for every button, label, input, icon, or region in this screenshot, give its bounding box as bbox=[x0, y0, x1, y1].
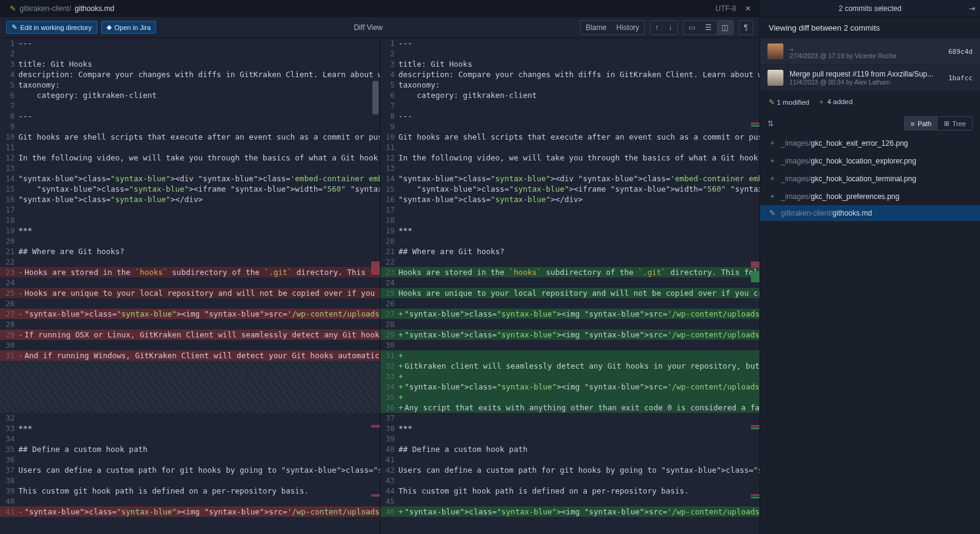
code-line[interactable]: 37 bbox=[380, 413, 760, 423]
code-line[interactable]: 6 category: gitkraken-client bbox=[380, 90, 760, 100]
code-line[interactable] bbox=[0, 382, 380, 392]
close-icon[interactable]: ✕ bbox=[741, 4, 755, 13]
code-line[interactable]: 14"syntax-blue">class="syntax-blue"><div… bbox=[380, 173, 760, 184]
code-line[interactable]: 28 bbox=[0, 319, 380, 329]
code-line[interactable]: 44This custom git hook path is defined o… bbox=[380, 486, 760, 496]
code-line[interactable]: 39This custom git hook path is defined o… bbox=[0, 486, 380, 496]
code-line[interactable]: 15 "syntax-blue">class="syntax-blue"><if… bbox=[0, 184, 380, 194]
code-line[interactable]: 23-Hooks are stored in the `hooks` subdi… bbox=[0, 267, 380, 277]
code-line[interactable]: 21## Where are Git hooks? bbox=[0, 246, 380, 257]
code-line[interactable]: 25Hooks are unique to your local reposit… bbox=[380, 288, 760, 298]
code-line[interactable]: 45 bbox=[380, 496, 760, 506]
code-line[interactable]: 7 bbox=[0, 100, 380, 111]
code-line[interactable]: 42Users can define a custom path for git… bbox=[380, 465, 760, 475]
right-pane[interactable]: 1---23title: Git Hooks4description: Comp… bbox=[380, 38, 760, 534]
code-line[interactable]: 34+"syntax-blue">class="syntax-blue"><im… bbox=[380, 382, 760, 392]
code-line[interactable]: 12In the following video, we will take y… bbox=[380, 152, 760, 163]
code-line[interactable]: 20 bbox=[0, 236, 380, 246]
view-split-button[interactable]: ◫ bbox=[717, 21, 733, 34]
code-line[interactable]: 39 bbox=[380, 434, 760, 444]
code-line[interactable]: 11 bbox=[380, 142, 760, 152]
view-inline-button[interactable]: ▭ bbox=[684, 21, 700, 34]
code-line[interactable] bbox=[0, 402, 380, 413]
code-line[interactable]: 38 bbox=[0, 475, 380, 486]
code-line[interactable]: 36+Any script that exits with anything o… bbox=[380, 402, 760, 413]
code-line[interactable]: 3title: Git Hooks bbox=[380, 59, 760, 69]
code-line[interactable]: 38*** bbox=[380, 423, 760, 434]
code-line[interactable] bbox=[0, 371, 380, 382]
code-line[interactable]: 41-"syntax-blue">class="syntax-blue"><im… bbox=[0, 506, 380, 517]
code-line[interactable]: 25-Hooks are unique to your local reposi… bbox=[0, 288, 380, 298]
code-line[interactable]: 46+"syntax-blue">class="syntax-blue"><im… bbox=[380, 506, 760, 517]
code-line[interactable]: 41 bbox=[380, 454, 760, 465]
code-line[interactable]: 31+ bbox=[380, 350, 760, 361]
code-line[interactable]: 19*** bbox=[380, 225, 760, 236]
code-line[interactable]: 5taxonomy: bbox=[0, 80, 380, 90]
code-line[interactable]: 31-And if running Windows, GitKraken Cli… bbox=[0, 350, 380, 361]
next-diff-button[interactable]: ↓ bbox=[664, 21, 677, 34]
code-line[interactable]: 33*** bbox=[0, 423, 380, 434]
code-line[interactable]: 29-If running OSX or Linux, GitKraken Cl… bbox=[0, 329, 380, 340]
code-line[interactable]: 16"syntax-blue">class="syntax-blue"></di… bbox=[0, 194, 380, 205]
code-line[interactable]: 21## Where are Git hooks? bbox=[380, 246, 760, 257]
code-line[interactable]: 11 bbox=[0, 142, 380, 152]
file-tab[interactable]: ✎ gitkraken-client/githooks.md bbox=[5, 2, 119, 15]
view-hunk-button[interactable]: ☰ bbox=[700, 21, 717, 34]
code-line[interactable]: 24 bbox=[380, 277, 760, 288]
code-line[interactable]: 4description: Compare your changes with … bbox=[0, 69, 380, 80]
code-line[interactable]: 10Git hooks are shell scripts that execu… bbox=[0, 132, 380, 142]
collapse-icon[interactable]: ⇥ bbox=[969, 4, 975, 13]
code-line[interactable]: 24 bbox=[0, 277, 380, 288]
commit-item[interactable]: Merge pull request #119 from Axxzilla/Su… bbox=[760, 65, 980, 91]
code-line[interactable]: 14"syntax-blue">class="syntax-blue"><div… bbox=[0, 173, 380, 184]
code-line[interactable]: 37Users can define a custom path for git… bbox=[0, 465, 380, 475]
code-line[interactable]: 40## Define a custom hook path bbox=[380, 444, 760, 454]
path-toggle[interactable]: ≡Path bbox=[905, 117, 938, 130]
code-line[interactable] bbox=[0, 392, 380, 402]
code-line[interactable]: 3title: Git Hooks bbox=[0, 59, 380, 69]
code-line[interactable]: 19*** bbox=[0, 225, 380, 236]
code-line[interactable]: 13 bbox=[0, 163, 380, 173]
code-line[interactable]: 6 category: gitkraken-client bbox=[0, 90, 380, 100]
file-item[interactable]: ＋_images/gkc_hook_location_explorer.png bbox=[760, 152, 980, 170]
code-line[interactable]: 18 bbox=[380, 215, 760, 225]
whitespace-button[interactable]: ¶ bbox=[739, 21, 753, 34]
file-item[interactable]: ＋_images/gkc_hook_preferences.png bbox=[760, 187, 980, 205]
code-line[interactable]: 12In the following video, we will take y… bbox=[0, 152, 380, 163]
scrollbar-thumb[interactable] bbox=[372, 81, 379, 115]
code-line[interactable]: 8--- bbox=[0, 111, 380, 121]
code-line[interactable]: 27-"syntax-blue">class="syntax-blue"><im… bbox=[0, 309, 380, 319]
file-item[interactable]: ＋_images/gkc_hook_location_terminal.png bbox=[760, 170, 980, 187]
code-line[interactable]: 33+ bbox=[380, 371, 760, 382]
code-line[interactable]: 32+Gitkraken client will seamlessly dete… bbox=[380, 361, 760, 371]
code-line[interactable]: 35+ bbox=[380, 392, 760, 402]
code-line[interactable]: 2 bbox=[380, 48, 760, 59]
code-line[interactable]: 9 bbox=[0, 121, 380, 132]
code-line[interactable]: 4description: Compare your changes with … bbox=[380, 69, 760, 80]
code-line[interactable]: 10Git hooks are shell scripts that execu… bbox=[380, 132, 760, 142]
code-line[interactable]: 36 bbox=[0, 454, 380, 465]
edit-button[interactable]: ✎Edit in working directory bbox=[6, 21, 97, 34]
code-line[interactable]: 2 bbox=[0, 48, 380, 59]
left-pane[interactable]: 1---23title: Git Hooks4description: Comp… bbox=[0, 38, 380, 534]
code-line[interactable]: 22 bbox=[0, 257, 380, 267]
commit-item[interactable]: .. 27/4/2023 @ 17:19 by Vicente Roche 68… bbox=[760, 39, 980, 65]
code-line[interactable]: 26 bbox=[0, 298, 380, 309]
tree-toggle[interactable]: ⊞Tree bbox=[938, 117, 972, 130]
code-line[interactable]: 40 bbox=[0, 496, 380, 506]
code-line[interactable]: 22 bbox=[380, 257, 760, 267]
code-line[interactable]: 30 bbox=[0, 340, 380, 350]
code-line[interactable]: 7 bbox=[380, 100, 760, 111]
code-line[interactable]: 17 bbox=[0, 205, 380, 215]
prev-diff-button[interactable]: ↑ bbox=[650, 21, 664, 34]
sort-icon[interactable]: ⇅ bbox=[767, 119, 774, 128]
code-line[interactable]: 30 bbox=[380, 340, 760, 350]
file-item[interactable]: ✎gitkraken-client/githooks.md bbox=[760, 205, 980, 221]
code-line[interactable]: 27+"syntax-blue">class="syntax-blue"><im… bbox=[380, 309, 760, 319]
code-line[interactable]: 34 bbox=[0, 434, 380, 444]
code-line[interactable]: 17 bbox=[380, 205, 760, 215]
code-line[interactable]: 16"syntax-blue">class="syntax-blue"></di… bbox=[380, 194, 760, 205]
blame-button[interactable]: Blame bbox=[581, 21, 611, 34]
code-line[interactable]: 15 "syntax-blue">class="syntax-blue"><if… bbox=[380, 184, 760, 194]
open-jira-button[interactable]: ◆Open in Jira bbox=[101, 21, 156, 34]
